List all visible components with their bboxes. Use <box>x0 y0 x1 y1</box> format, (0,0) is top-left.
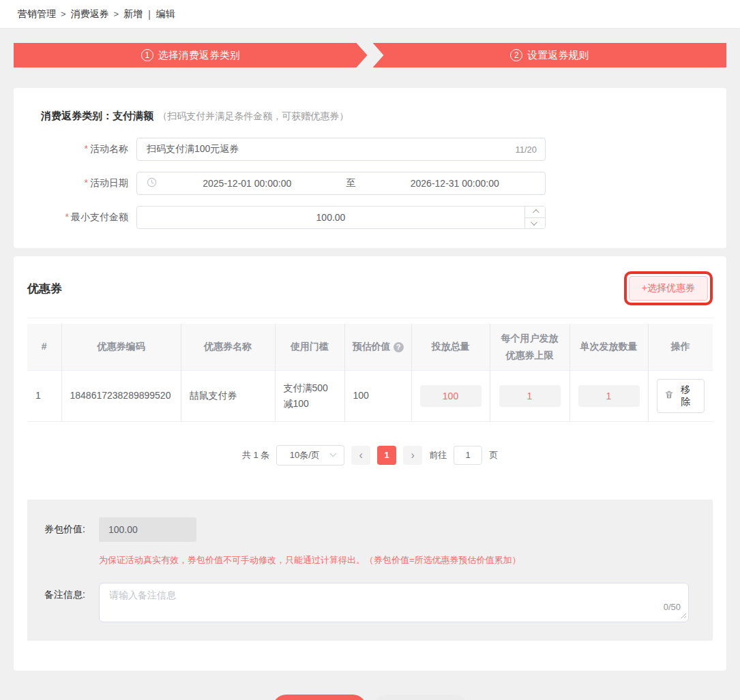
breadcrumb-separator: > <box>61 9 66 19</box>
min-pay-label: *最小支付金额 <box>27 211 136 224</box>
remove-button[interactable]: 移除 <box>657 379 705 413</box>
col-index: # <box>27 324 61 370</box>
step-1-number: 1 <box>141 49 153 61</box>
page-size-select[interactable]: 10条/页 <box>276 445 344 466</box>
required-mark: * <box>65 211 69 222</box>
remark-control: 0/50 <box>99 583 689 624</box>
cell-coupon-code: 1848617238289899520 <box>61 370 181 421</box>
resize-handle-icon[interactable] <box>681 610 687 621</box>
package-value-label: 券包价值: <box>44 517 99 536</box>
col-actions: 操作 <box>648 324 713 370</box>
chevron-down-icon <box>531 219 537 226</box>
col-coupon-name: 优惠券名称 <box>181 324 275 370</box>
step-2-label: 设置返券规则 <box>527 49 589 62</box>
clock-icon <box>147 177 157 189</box>
date-start-value[interactable]: 2025-12-01 00:00:00 <box>157 178 338 189</box>
coupon-card: 优惠券 +选择优惠券 # 优惠券编码 优惠券名称 使用门槛 预估价值? 投放总量… <box>14 256 726 671</box>
col-coupon-code: 优惠券编码 <box>61 324 181 370</box>
trash-icon <box>664 390 674 401</box>
remark-textarea[interactable] <box>99 583 689 622</box>
breadcrumb-divider: | <box>148 9 151 20</box>
date-end-value[interactable]: 2026-12-31 00:00:00 <box>365 178 546 189</box>
select-coupon-button[interactable]: +选择优惠券 <box>629 276 708 301</box>
package-value-row: 券包价值: <box>44 517 696 542</box>
breadcrumb-item-add[interactable]: 新增 <box>123 8 143 20</box>
pagination: 共 1 条 10条/页 ‹ 1 › 前往 页 <box>27 445 713 466</box>
package-panel: 券包价值: 为保证活动真实有效，券包价值不可手动修改，只能通过计算得出。（券包价… <box>27 500 713 641</box>
cell-index: 1 <box>27 370 61 421</box>
activity-name-input[interactable] <box>137 144 515 155</box>
breadcrumb-separator: > <box>114 9 119 19</box>
basic-info-card: 消费返券类别：支付满额 （扫码支付并满足条件金额，可获赠优惠券） *活动名称 1… <box>14 88 726 248</box>
step-bar: 1 选择消费返券类别 2 设置返券规则 <box>14 43 726 67</box>
activity-date-row: *活动日期 2025-12-01 00:00:00 至 2026-12-31 0… <box>27 172 713 195</box>
remove-button-label: 移除 <box>677 384 698 408</box>
goto-unit: 页 <box>489 449 498 461</box>
highlight-annotation: +选择优惠券 <box>624 271 713 305</box>
remark-label: 备注信息: <box>44 583 99 601</box>
coupon-section-header: 优惠券 +选择优惠券 <box>27 271 713 318</box>
step-1-label: 选择消费返券类别 <box>158 49 240 62</box>
breadcrumb-item-coupon-return[interactable]: 消费返券 <box>71 8 109 20</box>
step-1-select-category[interactable]: 1 选择消费返券类别 <box>14 43 368 67</box>
required-mark: * <box>85 143 88 154</box>
required-mark: * <box>85 177 88 188</box>
cell-per-user-limit <box>490 370 569 421</box>
help-icon[interactable]: ? <box>394 342 404 352</box>
date-range-separator: 至 <box>338 177 365 189</box>
per-issue-quantity-input[interactable] <box>578 385 640 407</box>
activity-name-row: *活动名称 11/20 <box>27 138 713 161</box>
category-hint: （扫码支付并满足条件金额，可获赠优惠券） <box>158 110 349 121</box>
activity-name-control: 11/20 <box>136 138 546 161</box>
spinner-up-button[interactable] <box>525 207 545 218</box>
coupon-section-title: 优惠券 <box>27 281 62 296</box>
table-row: 1 1848617238289899520 喆鼠支付券 支付满500减100 1… <box>27 370 713 421</box>
package-value-hint: 为保证活动真实有效，券包价值不可手动修改，只能通过计算得出。（券包价值=所选优惠… <box>99 554 696 566</box>
step-2-set-rules[interactable]: 2 设置返券规则 <box>373 43 727 67</box>
category-line: 消费返券类别：支付满额 （扫码支付并满足条件金额，可获赠优惠券） <box>27 110 713 123</box>
min-pay-row: *最小支付金额 <box>27 206 713 229</box>
cell-actions: 移除 <box>648 370 713 421</box>
footer-actions: 确 定 取 消 <box>0 695 740 700</box>
confirm-button[interactable]: 确 定 <box>272 695 367 700</box>
min-pay-input[interactable] <box>137 212 524 223</box>
cell-estimated-value: 100 <box>344 370 411 421</box>
cancel-button[interactable]: 取 消 <box>373 695 468 700</box>
step-2-number: 2 <box>510 49 522 61</box>
activity-name-counter: 11/20 <box>515 144 545 155</box>
prev-page-button[interactable]: ‹ <box>351 446 370 465</box>
breadcrumb-item-marketing[interactable]: 营销管理 <box>18 8 56 20</box>
activity-date-range-picker[interactable]: 2025-12-01 00:00:00 至 2026-12-31 00:00:0… <box>136 172 546 195</box>
remark-row: 备注信息: 0/50 <box>44 583 696 624</box>
total-quantity-input[interactable] <box>420 385 482 407</box>
goto-page-input[interactable] <box>454 446 482 465</box>
breadcrumb: 营销管理 > 消费返券 > 新增 | 编辑 <box>0 0 740 29</box>
per-user-limit-input[interactable] <box>499 385 561 407</box>
spinner-down-button[interactable] <box>525 218 545 229</box>
category-value: 支付满额 <box>113 110 153 121</box>
chevron-up-icon <box>533 209 539 216</box>
breadcrumb-item-edit: 编辑 <box>156 8 175 20</box>
activity-name-label: *活动名称 <box>27 143 136 155</box>
col-per-issue-quantity: 单次发放数量 <box>569 324 648 370</box>
coupon-table: # 优惠券编码 优惠券名称 使用门槛 预估价值? 投放总量 每个用户发放优惠券上… <box>27 324 713 422</box>
category-label: 消费返券类别： <box>41 110 113 121</box>
col-threshold: 使用门槛 <box>275 324 344 370</box>
next-page-button[interactable]: › <box>403 446 422 465</box>
number-spinner <box>524 207 545 228</box>
col-per-user-limit: 每个用户发放优惠券上限 <box>490 324 569 370</box>
remark-counter: 0/50 <box>664 602 681 612</box>
col-estimated-value: 预估价值? <box>344 324 411 370</box>
cell-total-quantity <box>411 370 490 421</box>
pagination-total: 共 1 条 <box>242 449 269 461</box>
col-total-quantity: 投放总量 <box>411 324 490 370</box>
min-pay-control <box>136 206 546 229</box>
cell-threshold: 支付满500减100 <box>275 370 344 421</box>
page-size-value: 10条/页 <box>277 449 332 461</box>
page-1-button[interactable]: 1 <box>377 446 396 465</box>
package-value-input <box>99 517 196 542</box>
goto-label: 前往 <box>429 449 447 461</box>
activity-date-label: *活动日期 <box>27 177 136 189</box>
cell-per-issue-quantity <box>569 370 648 421</box>
table-header-row: # 优惠券编码 优惠券名称 使用门槛 预估价值? 投放总量 每个用户发放优惠券上… <box>27 324 713 370</box>
